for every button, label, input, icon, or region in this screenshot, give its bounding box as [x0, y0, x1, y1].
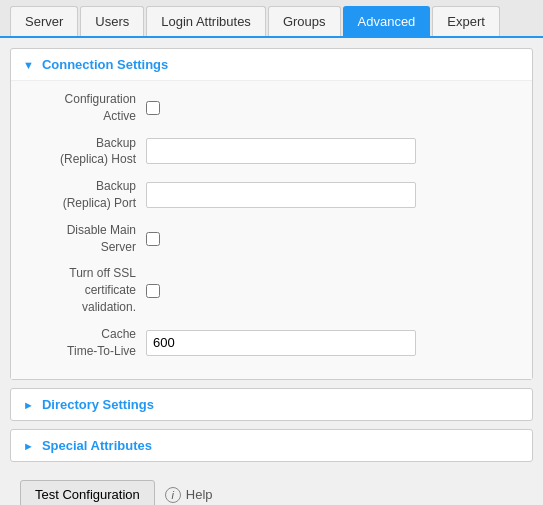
info-icon: i	[165, 487, 181, 503]
backup-port-row: Backup(Replica) Port	[26, 178, 517, 212]
backup-port-input[interactable]	[146, 182, 416, 208]
cache-row: CacheTime-To-Live 600	[26, 326, 517, 360]
connection-settings-section: ▼ Connection Settings ConfigurationActiv…	[10, 48, 533, 380]
tab-login-attributes[interactable]: Login Attributes	[146, 6, 266, 36]
footer-bar: Test Configuration i Help	[10, 470, 533, 505]
ssl-checkbox[interactable]	[146, 284, 160, 298]
tab-server[interactable]: Server	[10, 6, 78, 36]
special-arrow-icon: ►	[23, 440, 34, 452]
cache-input[interactable]: 600	[146, 330, 416, 356]
tab-advanced[interactable]: Advanced	[343, 6, 431, 36]
tab-users[interactable]: Users	[80, 6, 144, 36]
backup-host-row: Backup(Replica) Host	[26, 135, 517, 169]
special-attributes-section: ► Special Attributes	[10, 429, 533, 462]
config-active-label: ConfigurationActive	[26, 91, 146, 125]
tab-groups[interactable]: Groups	[268, 6, 341, 36]
config-active-row: ConfigurationActive	[26, 91, 517, 125]
ssl-row: Turn off SSLcertificatevalidation.	[26, 265, 517, 315]
tab-bar: Server Users Login Attributes Groups Adv…	[0, 0, 543, 38]
connection-arrow-icon: ▼	[23, 59, 34, 71]
disable-main-label: Disable MainServer	[26, 222, 146, 256]
directory-settings-section: ► Directory Settings	[10, 388, 533, 421]
disable-main-checkbox[interactable]	[146, 232, 160, 246]
main-content: ▼ Connection Settings ConfigurationActiv…	[0, 38, 543, 505]
directory-settings-title: Directory Settings	[42, 397, 154, 412]
config-active-checkbox[interactable]	[146, 101, 160, 115]
help-link[interactable]: i Help	[165, 487, 213, 503]
cache-label: CacheTime-To-Live	[26, 326, 146, 360]
backup-host-label: Backup(Replica) Host	[26, 135, 146, 169]
backup-port-label: Backup(Replica) Port	[26, 178, 146, 212]
disable-main-row: Disable MainServer	[26, 222, 517, 256]
test-configuration-button[interactable]: Test Configuration	[20, 480, 155, 505]
special-attributes-title: Special Attributes	[42, 438, 152, 453]
directory-settings-header[interactable]: ► Directory Settings	[11, 389, 532, 420]
connection-settings-header[interactable]: ▼ Connection Settings	[11, 49, 532, 81]
special-attributes-header[interactable]: ► Special Attributes	[11, 430, 532, 461]
connection-settings-title: Connection Settings	[42, 57, 168, 72]
help-label: Help	[186, 487, 213, 502]
backup-host-input[interactable]	[146, 138, 416, 164]
ssl-label: Turn off SSLcertificatevalidation.	[26, 265, 146, 315]
connection-settings-body: ConfigurationActive Backup(Replica) Host…	[11, 81, 532, 379]
directory-arrow-icon: ►	[23, 399, 34, 411]
tab-expert[interactable]: Expert	[432, 6, 500, 36]
